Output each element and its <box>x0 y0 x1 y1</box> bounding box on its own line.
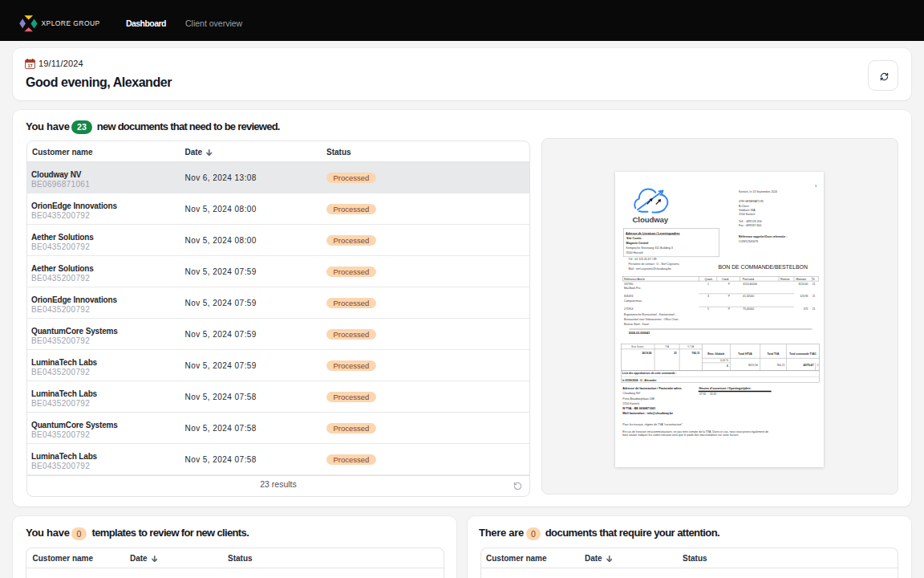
svg-text:21: 21 <box>813 307 816 311</box>
svg-text:Fax : 089/587 664: Fax : 089/587 664 <box>739 224 761 227</box>
svg-text:%: % <box>813 278 815 281</box>
svg-text:Remise: Remise <box>780 278 790 281</box>
svg-text:3619,56: 3619,56 <box>748 364 758 367</box>
svg-text:Total commande TVAC: Total commande TVAC <box>789 352 817 356</box>
svg-text:TVA: TVA <box>665 345 669 348</box>
svg-text:bien vouloir indiquer les code: bien vouloir indiquer les codes intrasta… <box>622 434 738 437</box>
svg-text:2550 Kontich: 2550 Kontich <box>739 213 755 216</box>
svg-text:Kempische Steenweg 311 Buildin: Kempische Steenweg 311 Building 3 <box>626 246 673 250</box>
svg-text:Mail : stef.ceyssens@cloudway.: Mail : stef.ceyssens@cloudway.be <box>629 267 671 271</box>
svg-text:21: 21 <box>674 352 677 355</box>
svg-text:123,96: 123,96 <box>800 295 808 298</box>
svg-text:375: 375 <box>804 307 808 311</box>
svg-text:Mail facturation : info@cloudw: Mail facturation : info@cloudway.be <box>622 412 673 415</box>
svg-text:€: € <box>727 364 728 368</box>
svg-text:3619,56: 3619,56 <box>642 352 651 355</box>
svg-text:Site Contis: Site Contis <box>626 237 642 240</box>
svg-text:BON DE COMMANDE/BESTELBON: BON DE COMMANDE/BESTELBON <box>719 264 808 270</box>
svg-text:N°TVA : BE 0696871061: N°TVA : BE 0696871061 <box>622 407 655 410</box>
svg-text:275953: 275953 <box>624 307 633 311</box>
svg-text:Adresse de Livraison / Leverin: Adresse de Livraison / Leveringsadres <box>626 232 680 235</box>
svg-text:Personne de contact : U - Stef: Personne de contact : U - Stef Ceyssens <box>629 263 679 266</box>
svg-text:4TH GENERATION: 4TH GENERATION <box>739 200 764 203</box>
svg-text:€: € <box>817 364 819 367</box>
svg-text:B-Client :: B-Client : <box>739 205 750 208</box>
svg-text:826494: 826494 <box>624 295 633 298</box>
svg-text:1: 1 <box>707 283 709 286</box>
svg-text:En cas de livraison intracommu: En cas de livraison intracommunautaire, … <box>622 430 768 434</box>
svg-text:Pour les travaux, régime de TV: Pour les travaux, régime de TVA "cocontr… <box>622 423 683 426</box>
svg-text:Base Soumis: Base Soumis <box>631 345 644 348</box>
svg-text:5: 5 <box>707 307 709 311</box>
svg-text:760,11: 760,11 <box>776 364 784 367</box>
svg-text:Tell. : 089/123 456: Tell. : 089/123 456 <box>739 220 762 223</box>
svg-text:le 23/09/2024 : U - Alexander: le 23/09/2024 : U - Alexander <box>622 379 658 382</box>
svg-text:Adresse de facturaction / Fact: Adresse de facturaction / Facturatie adr… <box>622 387 682 390</box>
svg-text:760,11: 760,11 <box>691 352 699 355</box>
svg-text:3120,60000: 3120,60000 <box>743 283 757 286</box>
svg-text:Prins Boudewijnlaan 24E: Prins Boudewijnlaan 24E <box>622 397 655 401</box>
svg-text:07:30: 07:30 <box>699 393 706 396</box>
svg-text:P: P <box>728 295 731 298</box>
svg-text:P: P <box>728 307 731 311</box>
svg-text:4379,67: 4379,67 <box>804 364 814 367</box>
svg-text:Total TVA: Total TVA <box>768 352 780 356</box>
svg-text:Kontich, le 13 Septembre 2024: Kontich, le 13 Septembre 2024 <box>739 190 777 193</box>
svg-text:CUW12345678: CUW12345678 <box>739 240 758 243</box>
svg-text:Montant: Montant <box>796 278 806 281</box>
svg-text:Total HTVA: Total HTVA <box>738 352 752 356</box>
svg-text:Quant.: Quant. <box>705 278 713 281</box>
svg-text:Bureau Stoel - Zwart: Bureau Stoel - Zwart <box>624 323 649 326</box>
svg-text:567930: 567930 <box>624 283 633 286</box>
svg-text:Cloudway: Cloudway <box>633 215 669 224</box>
svg-text:MacBook Pro: MacBook Pro <box>624 287 640 290</box>
svg-text:1: 1 <box>815 184 817 188</box>
svg-text:Cloudway NV: Cloudway NV <box>622 392 640 395</box>
svg-text:0,00 %: 0,00 % <box>720 359 728 362</box>
svg-text:Heures d'ouverture / Openingst: Heures d'ouverture / Openingstijden: <box>699 387 752 390</box>
svg-text:P: P <box>728 283 731 286</box>
svg-text:17: 17 <box>27 63 32 68</box>
svg-text:Prix/cond.: Prix/cond. <box>743 278 755 281</box>
svg-text:Veldkant 33A: Veldkant 33A <box>739 209 756 212</box>
svg-text:21: 21 <box>813 295 816 298</box>
svg-text:Rem. Globale: Rem. Globale <box>707 352 724 356</box>
svg-text:Référence Article: Référence Article <box>624 278 645 281</box>
svg-text:Magasin Central: Magasin Central <box>626 242 649 245</box>
svg-text:3: 3 <box>707 295 709 298</box>
svg-text:% TVA: % TVA <box>687 345 694 348</box>
svg-text:2024-03-000641: 2024-03-000641 <box>629 332 650 335</box>
svg-text:21: 21 <box>813 283 816 286</box>
svg-text:Référence rappeler/Onze refer: Référence rappeler/Onze referentie : <box>739 235 787 238</box>
svg-text:3120,60: 3120,60 <box>798 283 808 286</box>
svg-text:2550 Kontich: 2550 Kontich <box>622 402 639 405</box>
svg-text:Cond.: Cond. <box>722 278 729 281</box>
svg-text:Liste des approbateurs de cett: Liste des approbateurs de cette commande… <box>622 372 677 375</box>
svg-text:Bureaustoel voor Volwassenen -: Bureaustoel voor Volwassenen - Office Ch… <box>624 318 679 321</box>
svg-text:16:30: 16:30 <box>710 393 716 396</box>
svg-text:75,00000: 75,00000 <box>743 307 754 311</box>
svg-text:Tél : 02 123 45 67 / 89: Tél : 02 123 45 67 / 89 <box>629 258 657 261</box>
svg-text:Computermuis: Computermuis <box>624 299 642 303</box>
svg-text:Ergonomische Bureaustoel - Kan: Ergonomische Bureaustoel - Kantoorstoel … <box>624 313 676 316</box>
svg-text:41,32000: 41,32000 <box>743 295 754 298</box>
svg-text:3500 Hasselt: 3500 Hasselt <box>626 251 643 254</box>
